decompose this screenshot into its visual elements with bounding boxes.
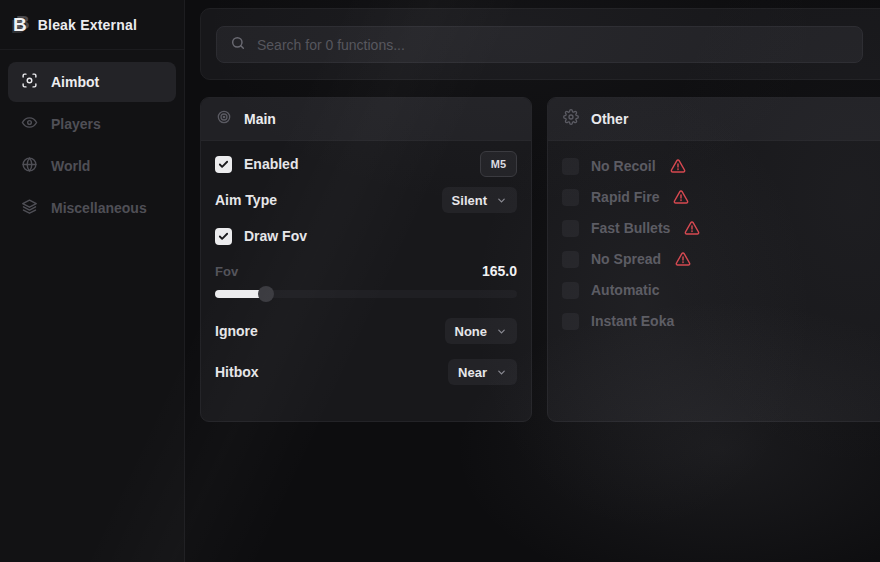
sidebar-item-label: World (51, 158, 90, 174)
panel-other-title: Other (591, 111, 628, 127)
other-item-no-recoil: No Recoil (562, 153, 879, 179)
panel-other: Other No Recoil Rapid Fire Fast Bullets (547, 97, 880, 422)
hitbox-row: Hitbox Near (215, 359, 517, 385)
chevron-down-icon (496, 367, 507, 378)
instant-eoka-checkbox[interactable] (562, 313, 579, 330)
hitbox-label: Hitbox (215, 364, 259, 380)
sidebar-header: B Bleak External (0, 0, 184, 50)
chevron-down-icon (496, 326, 507, 337)
sidebar-nav: Aimbot Players World (0, 50, 184, 240)
aim-type-row: Aim Type Silent (215, 187, 517, 213)
target-icon (216, 109, 232, 129)
enabled-keybind-button[interactable]: M5 (480, 151, 517, 177)
panel-main-title: Main (244, 111, 276, 127)
sidebar-item-aimbot[interactable]: Aimbot (8, 62, 176, 102)
hitbox-select[interactable]: Near (448, 359, 517, 385)
app-title: Bleak External (38, 17, 137, 33)
search-icon (230, 35, 246, 55)
aim-type-label: Aim Type (215, 192, 277, 208)
draw-fov-label: Draw Fov (244, 228, 307, 244)
ignore-row: Ignore None (215, 318, 517, 344)
fov-slider-thumb[interactable] (258, 286, 274, 302)
panel-main: Main Enabled M5 Aim Type Silent (200, 97, 532, 422)
aim-type-value: Silent (452, 193, 487, 208)
no-spread-label: No Spread (591, 251, 661, 267)
fast-bullets-label: Fast Bullets (591, 220, 670, 236)
ignore-label: Ignore (215, 323, 258, 339)
panel-other-header: Other (548, 98, 880, 141)
other-item-automatic: Automatic (562, 277, 879, 303)
sidebar: B Bleak External Aimbot Players (0, 0, 185, 562)
sidebar-item-miscellaneous[interactable]: Miscellaneous (8, 188, 176, 228)
automatic-label: Automatic (591, 282, 659, 298)
enabled-checkbox[interactable] (215, 156, 232, 173)
search-bar[interactable] (216, 26, 863, 63)
enabled-label: Enabled (244, 156, 298, 172)
enabled-row: Enabled M5 (215, 151, 517, 177)
no-recoil-checkbox[interactable] (562, 158, 579, 175)
fov-label: Fov (215, 264, 238, 279)
fov-slider[interactable] (215, 286, 517, 302)
sidebar-item-players[interactable]: Players (8, 104, 176, 144)
hitbox-value: Near (458, 365, 487, 380)
no-spread-checkbox[interactable] (562, 251, 579, 268)
search-card (200, 8, 880, 80)
ignore-select[interactable]: None (445, 318, 518, 344)
draw-fov-checkbox[interactable] (215, 228, 232, 245)
chevron-down-icon (496, 195, 507, 206)
fast-bullets-checkbox[interactable] (562, 220, 579, 237)
no-recoil-label: No Recoil (591, 158, 656, 174)
layers-icon (21, 198, 38, 218)
gear-icon (563, 109, 579, 129)
search-input[interactable] (257, 37, 849, 53)
panel-main-header: Main (201, 98, 531, 141)
warning-triangle-icon (675, 251, 691, 267)
eye-icon (21, 114, 38, 134)
crosshair-focus-icon (21, 72, 38, 92)
rapid-fire-checkbox[interactable] (562, 189, 579, 206)
fov-row: Fov 165.0 (215, 261, 517, 281)
fov-value: 165.0 (482, 263, 517, 279)
warning-triangle-icon (670, 158, 686, 174)
draw-fov-row: Draw Fov (215, 223, 517, 249)
rapid-fire-label: Rapid Fire (591, 189, 659, 205)
sidebar-item-label: Aimbot (51, 74, 99, 90)
instant-eoka-label: Instant Eoka (591, 313, 674, 329)
other-item-rapid-fire: Rapid Fire (562, 184, 879, 210)
other-item-no-spread: No Spread (562, 246, 879, 272)
bleak-logo-icon: B (13, 15, 27, 34)
sidebar-item-label: Players (51, 116, 101, 132)
warning-triangle-icon (684, 220, 700, 236)
aim-type-select[interactable]: Silent (442, 187, 517, 213)
other-item-fast-bullets: Fast Bullets (562, 215, 879, 241)
sidebar-item-world[interactable]: World (8, 146, 176, 186)
warning-triangle-icon (673, 189, 689, 205)
globe-icon (21, 156, 38, 176)
ignore-value: None (455, 324, 488, 339)
automatic-checkbox[interactable] (562, 282, 579, 299)
sidebar-item-label: Miscellaneous (51, 200, 147, 216)
other-item-instant-eoka: Instant Eoka (562, 308, 879, 334)
main-content: Main Enabled M5 Aim Type Silent (185, 0, 880, 562)
